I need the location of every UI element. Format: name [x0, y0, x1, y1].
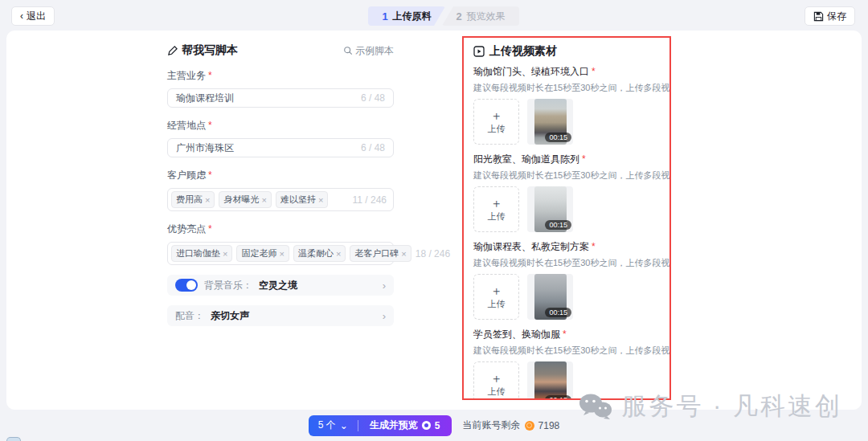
section-tip: 建议每段视频时长在15秒至30秒之间，上传多段视频素材效果更佳。 — [473, 82, 660, 93]
tag-item[interactable]: 难以坚持 × — [276, 191, 328, 208]
char-counter: 11 / 246 — [353, 194, 387, 206]
pencil-icon — [167, 46, 178, 56]
magnifier-icon — [343, 46, 353, 55]
chevron-right-icon: › — [383, 310, 386, 322]
video-thumbnail-cell[interactable]: 00:15 — [527, 274, 573, 320]
step-indicator: 1 上传原料 2 预览效果 — [368, 6, 519, 26]
music-toggle[interactable] — [175, 279, 198, 292]
duration-badge: 00:15 — [545, 395, 571, 400]
balance-value: 7198 — [538, 420, 560, 431]
video-thumbnail-cell[interactable]: 00:15 — [527, 186, 573, 232]
upload-video-panel: 上传视频素材 瑜伽馆门头、绿植环境入口* 建议每段视频时长在15秒至30秒之间，… — [462, 36, 671, 400]
upload-label: 上传 — [488, 298, 506, 310]
tag-label: 身材曝光 — [223, 194, 259, 206]
location-value: 广州市海珠区 — [176, 141, 356, 155]
corner-float-widget[interactable] — [6, 437, 21, 441]
background-music-row[interactable]: 背景音乐： 空灵之境 › — [167, 275, 394, 296]
field-label-main-business: 主营业务* — [167, 69, 394, 83]
field-label-location: 经营地点* — [167, 119, 394, 133]
remove-tag-icon[interactable]: × — [336, 249, 341, 259]
advantages-input[interactable]: 进口瑜伽垫 × 固定老师 × 温柔耐心 × 老客户口碑 × 18 / 246 — [167, 242, 394, 265]
tag-item[interactable]: 温柔耐心 × — [293, 245, 346, 262]
char-counter: 6 / 48 — [361, 142, 385, 153]
exit-button-label: 退出 — [27, 10, 46, 23]
required-mark: * — [582, 153, 586, 165]
exit-button[interactable]: ‹ 退出 — [11, 6, 55, 26]
upload-section: 瑜伽课程表、私教定制方案* 建议每段视频时长在15秒至30秒之间，上传多段视频素… — [473, 240, 660, 320]
remove-tag-icon[interactable]: × — [318, 195, 323, 205]
tag-item[interactable]: 老客户口碑 × — [350, 245, 411, 262]
voiceover-label: 配音： — [175, 309, 204, 323]
generate-preview-button[interactable]: 生成并预览 5 — [358, 419, 452, 432]
video-count-value: 5 个 — [318, 419, 336, 432]
remove-tag-icon[interactable]: × — [261, 195, 266, 205]
example-script-link[interactable]: 示例脚本 — [343, 44, 394, 58]
tag-item[interactable]: 固定老师 × — [236, 245, 289, 262]
video-thumbnail-cell[interactable]: 00:15 — [527, 361, 573, 400]
bottom-action-bar: 5 个 ⌄ 生成并预览 5 当前账号剩余 7198 — [0, 410, 868, 441]
duration-badge: 00:15 — [545, 308, 571, 317]
video-thumbnail-cell[interactable]: 00:15 — [527, 99, 573, 145]
duration-badge: 00:15 — [545, 220, 571, 230]
required-mark: * — [208, 70, 212, 81]
tag-label: 固定老师 — [241, 247, 276, 259]
tag-label: 温柔耐心 — [298, 247, 334, 259]
tag-item[interactable]: 进口瑜伽垫 × — [171, 245, 232, 262]
upload-panel-title: 上传视频素材 — [489, 44, 557, 59]
video-count-dropdown[interactable]: 5 个 ⌄ — [309, 419, 358, 432]
section-title: 瑜伽馆门头、绿植环境入口* — [473, 65, 660, 79]
upload-label: 上传 — [488, 123, 506, 135]
example-script-label: 示例脚本 — [355, 44, 394, 58]
section-title: 瑜伽课程表、私教定制方案* — [473, 240, 660, 254]
step-upload-materials[interactable]: 1 上传原料 — [368, 6, 445, 26]
voiceover-value: 亲切女声 — [211, 309, 249, 323]
save-button-label: 保存 — [827, 10, 846, 23]
plus-icon: ＋ — [490, 109, 502, 121]
remove-tag-icon[interactable]: × — [205, 195, 210, 205]
main-business-value: 瑜伽课程培训 — [176, 92, 356, 105]
section-tip: 建议每段视频时长在15秒至30秒之间，上传多段视频素材效果更佳。 — [473, 345, 660, 356]
customer-concerns-input[interactable]: 费用高 × 身材曝光 × 难以坚持 × 11 / 246 — [167, 188, 394, 211]
step-label: 预览效果 — [467, 10, 506, 23]
main-card: 帮我写脚本 示例脚本 主营业务* 瑜伽课程培训 6 / 48 经营地点* 广州市… — [6, 31, 862, 410]
generate-preview-label: 生成并预览 — [370, 419, 418, 432]
remove-tag-icon[interactable]: × — [223, 249, 227, 259]
main-business-input[interactable]: 瑜伽课程培训 6 / 48 — [167, 88, 394, 108]
upload-button[interactable]: ＋ 上传 — [473, 361, 519, 400]
required-mark: * — [563, 329, 567, 340]
location-input[interactable]: 广州市海珠区 6 / 48 — [167, 138, 394, 157]
save-icon — [813, 11, 824, 22]
coin-icon — [525, 421, 534, 431]
upload-panel-header: 上传视频素材 — [473, 44, 660, 59]
step-number: 1 — [382, 10, 387, 22]
plus-icon: ＋ — [490, 284, 502, 296]
char-counter: 18 / 246 — [416, 248, 450, 259]
upload-label: 上传 — [488, 210, 506, 223]
remove-tag-icon[interactable]: × — [279, 249, 284, 259]
chevron-down-icon: ⌄ — [340, 420, 348, 431]
video-thumbnail-checkin — [534, 361, 567, 400]
upload-button[interactable]: ＋ 上传 — [473, 99, 519, 145]
upload-button[interactable]: ＋ 上传 — [473, 186, 519, 232]
upload-button[interactable]: ＋ 上传 — [473, 274, 519, 320]
voiceover-row[interactable]: 配音： 亲切女声 › — [167, 305, 394, 326]
tag-label: 进口瑜伽垫 — [176, 247, 220, 259]
required-mark: * — [208, 120, 212, 131]
tag-item[interactable]: 费用高 × — [171, 191, 215, 208]
upload-section: 学员签到、换瑜伽服* 建议每段视频时长在15秒至30秒之间，上传多段视频素材效果… — [473, 328, 660, 400]
generate-cost-value: 5 — [435, 420, 440, 431]
top-bar: ‹ 退出 1 上传原料 2 预览效果 保存 — [0, 0, 868, 31]
tag-item[interactable]: 身材曝光 × — [219, 191, 271, 208]
section-tip: 建议每段视频时长在15秒至30秒之间，上传多段视频素材效果更佳。 — [473, 169, 660, 181]
tag-label: 难以坚持 — [280, 194, 316, 206]
duration-badge: 00:15 — [545, 133, 571, 142]
required-mark: * — [592, 241, 596, 252]
section-title: 阳光教室、瑜伽道具陈列* — [473, 153, 660, 166]
balance-label: 当前账号剩余 — [463, 419, 521, 432]
generate-button-group: 5 个 ⌄ 生成并预览 5 — [309, 415, 452, 436]
field-label-advantages: 优势亮点* — [167, 223, 394, 236]
step-preview-effect[interactable]: 2 预览效果 — [442, 6, 519, 26]
remove-tag-icon[interactable]: × — [401, 249, 406, 259]
save-button[interactable]: 保存 — [805, 6, 855, 26]
upload-section: 瑜伽馆门头、绿植环境入口* 建议每段视频时长在15秒至30秒之间，上传多段视频素… — [473, 65, 660, 145]
